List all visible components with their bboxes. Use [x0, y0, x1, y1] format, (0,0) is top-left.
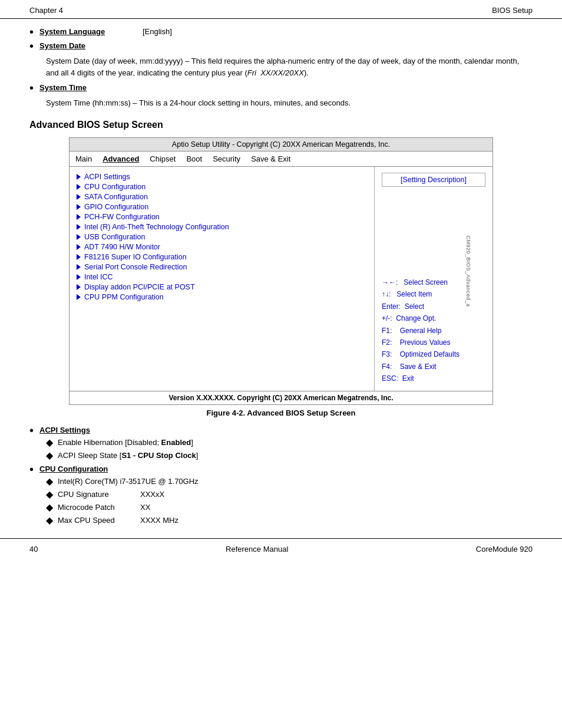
bullet-dot-acpi: • — [29, 424, 34, 436]
acpi-sleep: ACPI Sleep State [S1 - CPU Stop Clock] — [58, 450, 198, 461]
bios-setting-desc: [Setting Description] — [382, 173, 485, 187]
bullet-dot-1: • — [29, 26, 34, 38]
section-label: BIOS Setup — [492, 6, 533, 15]
acpi-sub-bullets: ◆ Enable Hibernation [Disabled; Enabled]… — [46, 437, 533, 461]
footer-page-num: 40 — [29, 545, 38, 554]
bios-help-f4: F4: Save & Exit — [382, 361, 485, 373]
sub-bullet-dot-cpu-1: ◆ — [46, 476, 53, 487]
cpu-signature: CPU SignatureXXXxX — [58, 489, 164, 500]
bios-item-sata[interactable]: SATA Configuration — [77, 193, 367, 201]
bios-item-display[interactable]: Display addon PCI/PCIE at POST — [77, 283, 367, 291]
bios-screen: Aptio Setup Utility - Copyright (C) 20XX… — [69, 137, 493, 405]
page-footer: 40 Reference Manual CoreModule 920 — [0, 538, 562, 559]
cpu-config-label: CPU Configuration — [39, 465, 108, 473]
bios-item-usb[interactable]: USB Configuration — [77, 233, 367, 241]
bios-version-bar: Version X.XX.XXXX. Copyright (C) 20XX Am… — [70, 391, 492, 404]
bios-screen-wrapper: Aptio Setup Utility - Copyright (C) 20XX… — [69, 137, 493, 405]
bios-body: ACPI Settings CPU Configuration SATA Con… — [70, 167, 492, 391]
bullet-dot-cpu: • — [29, 463, 34, 475]
bios-help-plusminus: +/-: Change Opt. — [382, 312, 485, 324]
bios-item-adt[interactable]: ADT 7490 H/W Monitor — [77, 243, 367, 251]
system-time-desc: System Time (hh:mm:ss) – This is a 24-ho… — [46, 97, 533, 109]
system-time-label: System Time — [39, 83, 87, 92]
system-date-desc: System Date (day of week, mm:dd:yyyy) – … — [46, 55, 533, 78]
bios-item-cpu-ppm[interactable]: CPU PPM Configuration — [77, 293, 367, 301]
section-heading: Advanced BIOS Setup Screen — [29, 120, 533, 130]
footer-right: CoreModule 920 — [476, 545, 533, 554]
bottom-bullets: • ACPI Settings ◆ Enable Hibernation [Di… — [29, 426, 533, 526]
bios-menu-main[interactable]: Main — [75, 154, 92, 163]
bios-help-f1: F1: General Help — [382, 325, 485, 337]
cpu-microcode: Microcode PatchXX — [58, 502, 150, 513]
footer-center: Reference Manual — [226, 545, 288, 554]
bios-item-serial[interactable]: Serial Port Console Redirection — [77, 263, 367, 271]
bios-menu-chipset[interactable]: Chipset — [150, 154, 176, 163]
bullet-dot-3: • — [29, 82, 34, 94]
bios-menu-advanced[interactable]: Advanced — [103, 154, 139, 163]
cpu-max-speed: Max CPU SpeedXXXX MHz — [58, 515, 178, 526]
chapter-label: Chapter 4 — [29, 6, 63, 15]
cpu-sub-bullets: ◆ Intel(R) Core(TM) i7-3517UE @ 1.70GHz … — [46, 476, 533, 526]
bios-right-panel: [Setting Description] →←: Select Screen … — [375, 167, 492, 391]
bios-item-pch[interactable]: PCH-FW Configuration — [77, 213, 367, 221]
bullet-dot-2: • — [29, 40, 34, 52]
page-header: Chapter 4 BIOS Setup — [0, 0, 562, 19]
system-date-label: System Date — [39, 41, 85, 50]
acpi-settings-label: ACPI Settings — [39, 426, 90, 434]
bios-menu-save-exit[interactable]: Save & Exit — [251, 154, 290, 163]
sub-bullet-dot-cpu-4: ◆ — [46, 515, 53, 526]
bios-title-bar: Aptio Setup Utility - Copyright (C) 20XX… — [70, 138, 492, 151]
bios-item-f81216[interactable]: F81216 Super IO Configuration — [77, 253, 367, 261]
bios-menu-security[interactable]: Security — [213, 154, 240, 163]
acpi-hibernation: Enable Hibernation [Disabled; Enabled] — [58, 437, 193, 448]
bios-side-label: CM920_BIOS_Advanced_a — [465, 235, 471, 307]
bios-item-gpio[interactable]: GPIO Configuration — [77, 203, 367, 211]
system-language-label: System Language — [39, 27, 105, 36]
bios-item-intel-antitheft[interactable]: Intel (R) Anti-Theft Technology Configur… — [77, 223, 367, 231]
sub-bullet-dot-cpu-2: ◆ — [46, 489, 53, 500]
bios-help-esc: ESC: Exit — [382, 373, 485, 384]
fig-caption: Figure 4-2. Advanced BIOS Setup Screen — [29, 409, 533, 417]
sub-bullet-dot-cpu-3: ◆ — [46, 502, 53, 513]
system-language-value: [English] — [143, 27, 172, 36]
bios-help-f2: F2: Previous Values — [382, 337, 485, 348]
bios-menu-boot[interactable]: Boot — [186, 154, 202, 163]
bios-item-intel-icc[interactable]: Intel ICC — [77, 273, 367, 281]
sub-bullet-dot-2: ◆ — [46, 450, 53, 461]
cpu-model: Intel(R) Core(TM) i7-3517UE @ 1.70GHz — [58, 476, 199, 487]
bios-item-acpi[interactable]: ACPI Settings — [77, 173, 367, 181]
top-bullets: • System Language [English] • System Dat… — [29, 27, 533, 109]
bios-item-cpu[interactable]: CPU Configuration — [77, 183, 367, 191]
sub-bullet-dot-1: ◆ — [46, 437, 53, 448]
bios-menu-bar: Main Advanced Chipset Boot Security Save… — [70, 151, 492, 167]
bios-help-f3: F3: Optimized Defaults — [382, 348, 485, 360]
bios-left-panel: ACPI Settings CPU Configuration SATA Con… — [70, 167, 375, 391]
